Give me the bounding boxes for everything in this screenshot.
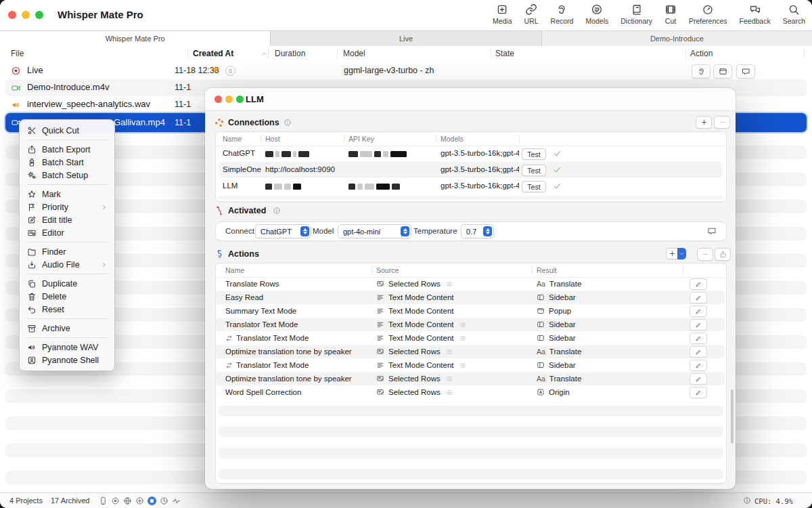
globe-icon[interactable] (123, 496, 132, 505)
add-circle-icon[interactable] (135, 496, 144, 505)
action-edit-button[interactable] (690, 292, 707, 303)
toolbar-media-button[interactable]: Media (493, 3, 512, 25)
menu-item-mark[interactable]: Mark (20, 188, 114, 200)
toolbar-url-button[interactable]: URL (524, 3, 539, 25)
action-row[interactable]: Translator Text ModeText Mode ContentSid… (216, 318, 725, 331)
list-icon[interactable] (445, 348, 453, 356)
menu-item-priority[interactable]: Priority (20, 200, 114, 213)
list-icon[interactable] (445, 389, 453, 396)
clock-icon[interactable] (160, 496, 168, 505)
scrollbar-thumb[interactable] (731, 389, 734, 444)
menu-item-finder[interactable]: Finder (20, 245, 114, 258)
tab-demo-introduce[interactable]: Demo-Introduce (542, 31, 812, 46)
minimize-button[interactable] (22, 11, 30, 19)
record-icon[interactable] (111, 496, 120, 505)
toolbar-search-button[interactable]: Search (783, 3, 805, 25)
list-icon[interactable] (459, 362, 466, 369)
menu-item-pyannote-shell[interactable]: Pyannote Shell (20, 354, 114, 366)
column-model[interactable]: Model (343, 49, 365, 58)
action-edit-button[interactable] (690, 333, 707, 344)
action-add-split-button[interactable] (666, 248, 686, 259)
column-created-at[interactable]: Created At (193, 49, 233, 58)
action-edit-button[interactable] (690, 346, 707, 358)
toolbar-feedback-button[interactable]: Feedback (740, 3, 771, 25)
row-popup-button[interactable] (713, 64, 732, 79)
action-edit-button[interactable] (690, 387, 707, 398)
action-row[interactable]: Easy ReadText Mode ContentSidebar (216, 291, 725, 304)
zoom-button[interactable] (236, 96, 244, 103)
menu-item-editor[interactable]: Editor (20, 226, 114, 239)
action-row[interactable]: Word Spell CorrectionSelected RowsOrigin (216, 385, 725, 399)
menu-item-duplicate[interactable]: Duplicate (20, 277, 114, 290)
action-edit-button[interactable] (690, 319, 707, 331)
undo-icon (27, 305, 37, 314)
action-row[interactable]: Translate RowsSelected RowsAaTranslate (216, 277, 725, 291)
connection-remove-button[interactable] (714, 116, 730, 129)
action-row[interactable]: Translator Text ModeText Mode ContentSid… (216, 331, 725, 345)
row-record-button[interactable] (692, 64, 710, 79)
action-edit-button[interactable] (690, 360, 707, 371)
list-icon[interactable] (445, 280, 453, 288)
list-icon[interactable] (445, 375, 453, 383)
action-edit-button[interactable] (690, 278, 707, 290)
star-icon[interactable]: ★ (211, 64, 220, 75)
action-row[interactable]: Summary Text ModeText Mode ContentPopup (216, 304, 725, 318)
action-row[interactable]: Translator Text ModeText Mode ContentSid… (216, 358, 725, 372)
test-button[interactable]: Test (522, 148, 546, 160)
empty-row (219, 469, 723, 480)
toolbar-dictionary-button[interactable]: Dictionary (621, 3, 652, 25)
menu-item-batch-export[interactable]: Batch Export (20, 143, 114, 156)
menu-item-batch-setup[interactable]: Batch Setup (20, 169, 114, 182)
column-action[interactable]: Action (690, 49, 713, 58)
menu-item-reset[interactable]: Reset (20, 303, 114, 316)
connect-select[interactable]: ChatGPT (255, 224, 311, 238)
action-remove-button[interactable] (697, 248, 713, 261)
toolbar-label: URL (524, 17, 539, 25)
toolbar-models-button[interactable]: Models (585, 3, 608, 25)
test-button[interactable]: Test (522, 165, 546, 176)
action-row[interactable]: Optimize translation tone by speakerSele… (216, 372, 725, 385)
menu-item-edit-title[interactable]: Edit title (20, 213, 114, 226)
action-edit-button[interactable] (690, 373, 707, 385)
toolbar-cut-button[interactable]: Cut (664, 3, 677, 25)
action-row[interactable]: Optimize translation tone by speakerSele… (216, 345, 725, 358)
menu-item-archive[interactable]: Archive (20, 322, 114, 335)
menu-item-pyannote-wav[interactable]: Pyannote WAV (20, 341, 114, 354)
column-file[interactable]: File (11, 49, 24, 58)
row-subtitle-button[interactable] (736, 64, 755, 79)
toolbar-record-button[interactable]: Record (551, 3, 574, 25)
model-select[interactable]: gpt-4o-mini (338, 224, 411, 238)
file-row-live[interactable]: Live 11-18 12:38 ★ 0 ggml-large-v3-turbo… (5, 62, 807, 79)
sort-asc-icon[interactable] (261, 50, 268, 58)
info-icon[interactable] (284, 119, 292, 127)
connection-row-chatgpt[interactable]: ChatGPT gpt-3.5-turbo-16k;gpt-4... Test (216, 146, 725, 162)
menu-item-audio-file[interactable]: Audio File (20, 258, 114, 271)
menu-item-quick-cut[interactable]: Quick Cut (20, 124, 114, 137)
menu-item-batch-start[interactable]: Batch Start (20, 156, 114, 169)
chat-test-icon[interactable] (707, 226, 717, 236)
test-button[interactable]: Test (522, 181, 546, 192)
device-icon[interactable] (99, 496, 108, 505)
origin-icon (537, 388, 545, 396)
list-icon[interactable] (459, 335, 466, 342)
info-icon[interactable] (273, 207, 281, 215)
temperature-stepper[interactable]: 0.7 (461, 224, 494, 238)
minimize-button[interactable] (225, 96, 233, 103)
tab-whisper-mate-pro[interactable]: Whisper Mate Pro (0, 31, 271, 46)
menu-item-delete[interactable]: Delete (20, 290, 114, 303)
close-button[interactable] (215, 96, 222, 103)
action-export-button[interactable] (715, 248, 731, 261)
toolbar-preferences-button[interactable]: Preferences (689, 3, 727, 25)
column-state[interactable]: State (495, 49, 514, 58)
tab-live[interactable]: Live (271, 31, 541, 46)
zoom-button[interactable] (35, 11, 43, 19)
connection-row-llm[interactable]: LLM gpt-3.5-turbo-16k;gpt-4... Test (216, 178, 725, 194)
connection-row-simpleone[interactable]: SimpleOne http://localhost:9090 gpt-3.5-… (219, 162, 722, 178)
list-icon[interactable] (459, 321, 466, 329)
stop-icon[interactable] (148, 496, 156, 505)
action-edit-button[interactable] (690, 305, 707, 317)
column-duration[interactable]: Duration (275, 49, 305, 58)
connection-add-button[interactable] (696, 116, 712, 129)
close-button[interactable] (8, 11, 16, 19)
activity-icon[interactable] (172, 496, 181, 505)
